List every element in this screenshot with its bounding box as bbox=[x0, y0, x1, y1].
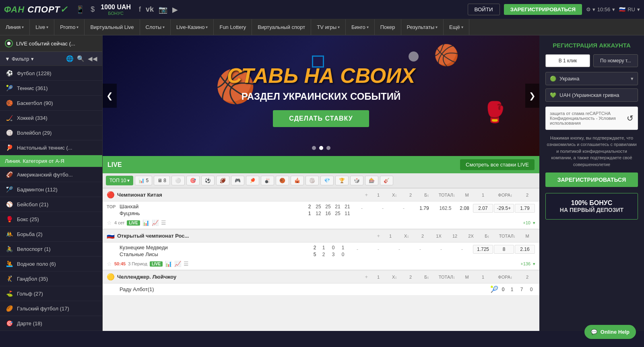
expand-btn-2[interactable]: ▾ bbox=[533, 261, 535, 267]
favorite-icon-1[interactable]: ☆ bbox=[107, 220, 112, 226]
sport-item-all-categories[interactable]: Линия. Категория от А-Я bbox=[0, 155, 102, 167]
watch-all-live-button[interactable]: Смотреть все ставки LIVE bbox=[460, 159, 535, 170]
by-number-btn[interactable]: По номеру т... bbox=[593, 54, 638, 67]
sport-item-football[interactable]: ⚽ Футбол (1228) bbox=[0, 66, 102, 81]
sport-label: Теннис (361) bbox=[17, 85, 48, 91]
sport-item-baseball[interactable]: ⚾ Бейсбол (21) bbox=[0, 197, 102, 212]
mobile-icon[interactable]: 📱 bbox=[76, 5, 85, 14]
sport-tab-6[interactable]: 🏓 bbox=[246, 176, 259, 185]
youtube-icon[interactable]: ▶ bbox=[172, 5, 178, 14]
nav-item-bingo[interactable]: Бинго ▾ bbox=[346, 19, 375, 35]
country-selector[interactable]: 🟢 Украина ▾ bbox=[545, 72, 638, 85]
facebook-icon[interactable]: f bbox=[139, 5, 141, 14]
top10-tab[interactable]: ТОП 10 ▾ bbox=[106, 176, 133, 185]
sport-tab-12[interactable]: 🏆 bbox=[335, 176, 349, 185]
nav-item-fun-lottery[interactable]: Fun Lottery bbox=[214, 19, 252, 35]
odd-2-total-val[interactable]: 8 bbox=[494, 245, 514, 254]
sport-tab-5[interactable]: 🎮 bbox=[231, 176, 244, 185]
nav-item-casino[interactable]: Live-Казино ▾ bbox=[171, 19, 214, 35]
sport-tab-9[interactable]: 🎪 bbox=[291, 176, 304, 185]
currency-selector[interactable]: 💚 UAН (Украинская гривна bbox=[545, 88, 638, 102]
language-selector[interactable]: 🇷🇺 RU ▾ bbox=[619, 6, 640, 12]
nav-item-live[interactable]: Live ▾ bbox=[30, 19, 54, 35]
sport-item-cycling[interactable]: 🚴 Велоспорт (1) bbox=[0, 242, 102, 257]
sport-item-volleyball[interactable]: 🏐 Волейбол (29) bbox=[0, 125, 102, 140]
sport-tab-desktop[interactable]: 🖥 8 bbox=[154, 176, 170, 185]
sport-item-badminton[interactable]: 🏸 Бадминтон (112) bbox=[0, 182, 102, 197]
odd-2-m[interactable]: 2.16 bbox=[515, 245, 535, 254]
expand-icon-3[interactable]: + bbox=[365, 274, 368, 280]
expand-icon-2[interactable]: + bbox=[377, 233, 380, 239]
odd-2-total[interactable]: 1.725 bbox=[473, 245, 493, 254]
sport-item-tennis[interactable]: 🎾 Теннис (361) bbox=[0, 81, 102, 96]
sport-tab-14[interactable]: 🎰 bbox=[365, 176, 378, 185]
sport-item-golf[interactable]: ⛳ Гольф (27) bbox=[0, 286, 102, 301]
sport-item-hockey[interactable]: 🏒 Хоккей (334) bbox=[0, 111, 102, 125]
expand-btn-1[interactable]: ▾ bbox=[533, 220, 535, 226]
instagram-icon[interactable]: 📷 bbox=[159, 5, 167, 14]
search-icon[interactable]: 🔍 bbox=[77, 55, 85, 62]
dollar-icon[interactable]: $ bbox=[91, 5, 95, 14]
more-bets-1[interactable]: +10 bbox=[523, 220, 530, 225]
submit-registration-button[interactable]: ЗАРЕГИСТРИРОВАТЬСЯ bbox=[545, 172, 638, 187]
stats-icon-1[interactable]: 📈 bbox=[152, 220, 159, 226]
collapse-icon[interactable]: ◀◀ bbox=[88, 55, 97, 62]
sport-tab-3[interactable]: ⚽ bbox=[201, 176, 215, 185]
sport-tab-stats[interactable]: 📊 5 bbox=[135, 176, 152, 185]
banner-dot-3[interactable] bbox=[326, 146, 330, 150]
sport-item-boxing[interactable]: 🥊 Бокс (25) bbox=[0, 212, 102, 227]
time-dropdown[interactable]: ▾ bbox=[612, 6, 615, 12]
nav-item-poker[interactable]: Покер bbox=[375, 19, 401, 35]
expand-icon[interactable]: + bbox=[365, 192, 368, 198]
nav-item-virtual-sport[interactable]: Виртуальный спорт bbox=[252, 19, 311, 35]
nav-item-liniya[interactable]: Линия ▾ bbox=[0, 19, 30, 35]
chart-icon-2[interactable]: 📊 bbox=[165, 261, 172, 267]
total-block-1[interactable]: 1.79 bbox=[414, 205, 434, 211]
banner-dot-1[interactable] bbox=[312, 146, 316, 150]
sport-tab-15[interactable]: 🎸 bbox=[380, 176, 393, 185]
sport-tab-7[interactable]: 🎳 bbox=[261, 176, 274, 185]
register-button[interactable]: ЗАРЕГИСТРИРОВАТЬСЯ bbox=[504, 4, 582, 15]
odd-1-fora2[interactable]: 1.79 bbox=[515, 204, 535, 213]
sport-item-darts[interactable]: 🎯 Дарте (18) bbox=[0, 316, 102, 331]
sport-item-table-tennis[interactable]: 🏓 Настольный теннис (... bbox=[0, 140, 102, 155]
one-click-btn[interactable]: В 1 клик bbox=[545, 54, 590, 67]
banner-prev-button[interactable]: ❮ bbox=[103, 84, 117, 108]
team1-row-2: Кузнецкие Медведи 2 1 0 1 bbox=[120, 244, 347, 250]
favorite-icon-2[interactable]: ☆ bbox=[107, 261, 112, 267]
sport-tab-10[interactable]: 🏐 bbox=[305, 176, 319, 185]
sport-tab-13[interactable]: 🎲 bbox=[350, 176, 363, 185]
list-icon-1[interactable]: ☰ bbox=[161, 220, 166, 226]
odd-1-fora1[interactable]: 2.07 bbox=[473, 204, 493, 213]
list-icon-2[interactable]: ☰ bbox=[184, 261, 189, 267]
sport-tab-8[interactable]: 🏀 bbox=[276, 176, 289, 185]
online-help-button[interactable]: 💬 Online Help bbox=[584, 325, 636, 331]
vk-icon[interactable]: vk bbox=[146, 5, 154, 14]
sport-item-gaelic-football[interactable]: 🏉 Гэльский футбол (17) bbox=[0, 301, 102, 316]
nav-item-results[interactable]: Результаты ▾ bbox=[401, 19, 444, 35]
stats-icon-2[interactable]: 📈 bbox=[174, 261, 181, 267]
sport-item-handball[interactable]: 🤾 Гандбол (35) bbox=[0, 271, 102, 286]
banner-dot-2[interactable] bbox=[319, 146, 323, 150]
sport-tab-4[interactable]: 🏈 bbox=[216, 176, 229, 185]
sport-item-wrestling[interactable]: 🤼 Борьба (2) bbox=[0, 227, 102, 242]
login-button[interactable]: ВОЙТИ bbox=[468, 4, 500, 15]
settings-icon[interactable]: ⚙ ▾ bbox=[586, 6, 595, 12]
nav-item-slots[interactable]: Слоты ▾ bbox=[140, 19, 171, 35]
nav-item-more[interactable]: Ещё ▾ bbox=[444, 19, 469, 35]
more-bets-2[interactable]: +136 bbox=[520, 261, 530, 266]
sport-tab-11[interactable]: 💎 bbox=[320, 176, 334, 185]
banner-next-button[interactable]: ❯ bbox=[525, 84, 539, 108]
nav-item-promo[interactable]: Promo ▾ bbox=[54, 19, 85, 35]
chart-icon-1[interactable]: 📊 bbox=[142, 220, 149, 226]
sport-item-water-polo[interactable]: 🤽 Водное поло (6) bbox=[0, 257, 102, 271]
odd-1-fora-val[interactable]: -29.5+ bbox=[494, 204, 514, 213]
sport-tab-1[interactable]: ⚪ bbox=[171, 176, 185, 185]
nav-item-virtual-live[interactable]: Виртуальный Live bbox=[85, 19, 140, 35]
sport-item-american-football[interactable]: 🏈 Американский футбо... bbox=[0, 167, 102, 182]
nav-item-tv-games[interactable]: TV игры ▾ bbox=[311, 19, 346, 35]
banner-cta-button[interactable]: СДЕЛАТЬ СТАВКУ bbox=[273, 110, 369, 127]
globe-icon[interactable]: 🌐 bbox=[66, 55, 74, 62]
sport-item-basketball[interactable]: 🏀 Баскетбол (90) bbox=[0, 96, 102, 111]
sport-tab-2[interactable]: 🎯 bbox=[186, 176, 200, 185]
